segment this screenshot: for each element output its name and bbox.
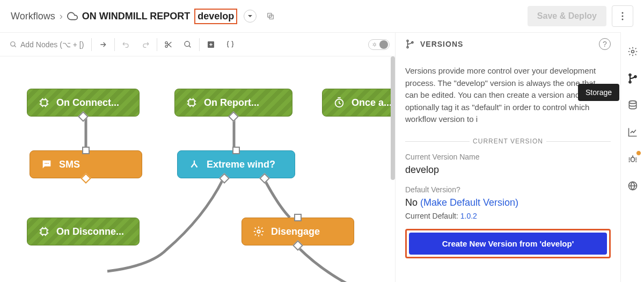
header: Workflows › ON WINDMILL REPORT develop S… <box>0 0 644 32</box>
node-on-report[interactable]: On Report... <box>174 89 292 117</box>
svg-line-12 <box>189 46 191 47</box>
rail-debug-button[interactable] <box>626 153 639 165</box>
arrow-right-button[interactable] <box>95 37 111 53</box>
node-on-connect[interactable]: On Connect... <box>27 89 140 117</box>
current-name-value: develop <box>405 164 611 176</box>
port-out-right[interactable] <box>259 173 270 184</box>
gear-icon <box>253 226 265 237</box>
magnify-icon <box>184 40 192 49</box>
default-version-value: No <box>405 197 418 208</box>
rail-versions-button[interactable] <box>626 72 639 85</box>
kebab-icon <box>621 12 624 20</box>
add-nodes-button[interactable]: Add Nodes (⌥ + [) <box>5 38 88 51</box>
rail-metrics-button[interactable] <box>626 126 639 139</box>
node-disengage[interactable]: Disengage <box>241 218 354 245</box>
svg-point-19 <box>46 163 47 164</box>
rail-storage-button[interactable] <box>626 99 639 112</box>
chip-icon <box>186 97 197 109</box>
create-version-button[interactable]: Create New Version from 'develop' <box>409 233 607 255</box>
panel-title: VERSIONS <box>420 40 594 48</box>
node-extreme-wind[interactable]: Extreme wind? <box>177 150 295 178</box>
cloud-icon <box>67 11 78 21</box>
port-in[interactable] <box>294 214 302 221</box>
gear-icon <box>627 46 638 57</box>
node-sms[interactable]: SMS <box>30 150 142 178</box>
database-icon <box>627 100 638 111</box>
canvas-area: Add Nodes (⌥ + [) <box>0 32 395 282</box>
node-label: Extreme wind? <box>207 159 275 170</box>
save-deploy-button[interactable]: Save & Deploy <box>528 6 606 26</box>
make-default-link[interactable]: (Make Default Version) <box>420 197 518 208</box>
current-default-label: Current Default: <box>405 212 458 220</box>
add-nodes-label: Add Nodes (⌥ + [) <box>20 40 84 49</box>
port-out[interactable] <box>80 173 91 184</box>
svg-point-2 <box>622 12 624 14</box>
right-rail: Storage <box>620 32 644 282</box>
current-default-row: Current Default: 1.0.2 <box>405 212 611 220</box>
canvas[interactable]: On Connect... On Report... Once a... SMS <box>0 56 395 282</box>
code-button[interactable] <box>222 37 238 53</box>
add-button[interactable] <box>203 37 219 53</box>
port-out-left[interactable] <box>219 173 230 184</box>
create-button-highlight: Create New Version from 'develop' <box>405 229 611 258</box>
branch-icon <box>627 73 638 84</box>
plus-square-icon <box>207 40 215 49</box>
node-label: On Connect... <box>56 97 119 109</box>
main: Add Nodes (⌥ + [) <box>0 32 644 282</box>
rail-globe-button[interactable] <box>626 179 639 192</box>
storage-tooltip: Storage <box>578 84 619 101</box>
svg-point-8 <box>165 45 167 47</box>
node-on-disconnect[interactable]: On Disconne... <box>27 218 140 245</box>
breadcrumb: Workflows › ON WINDMILL REPORT develop <box>11 9 528 24</box>
more-menu-button[interactable] <box>612 5 633 27</box>
arrow-right-icon <box>99 40 107 49</box>
version-dropdown-button[interactable] <box>244 10 257 23</box>
node-once-a[interactable]: Once a... <box>322 89 395 117</box>
braces-icon <box>225 40 235 49</box>
panel-header: VERSIONS ? <box>396 33 620 55</box>
chevron-right-icon: › <box>60 11 63 22</box>
svg-rect-21 <box>41 229 47 235</box>
undo-button[interactable] <box>118 37 134 53</box>
branch-icon <box>405 39 415 49</box>
breadcrumb-root[interactable]: Workflows <box>11 11 55 22</box>
chat-icon <box>41 158 53 170</box>
port-out[interactable] <box>292 240 303 251</box>
rail-settings-button[interactable] <box>626 45 639 58</box>
scissors-icon <box>164 40 173 49</box>
svg-point-11 <box>185 41 189 46</box>
separator <box>157 38 157 51</box>
svg-point-22 <box>257 230 260 233</box>
separator <box>91 38 92 51</box>
copy-icon <box>266 12 275 20</box>
globe-icon <box>627 180 638 191</box>
zoom-button[interactable] <box>180 37 196 53</box>
toolbar: Add Nodes (⌥ + [) <box>0 33 395 56</box>
chip-icon <box>38 97 50 109</box>
versions-panel: VERSIONS ? Versions provide more control… <box>395 32 620 282</box>
svg-point-4 <box>622 19 624 20</box>
svg-point-24 <box>407 47 408 48</box>
scrollbar-thumb[interactable] <box>391 56 395 180</box>
port-in[interactable] <box>82 147 90 154</box>
cut-button[interactable] <box>160 37 177 53</box>
svg-point-18 <box>45 163 46 164</box>
warning-badge <box>636 150 641 156</box>
svg-point-30 <box>629 101 636 104</box>
canvas-scrollbar[interactable] <box>391 56 395 282</box>
copy-button[interactable] <box>264 10 277 23</box>
svg-point-3 <box>622 16 624 17</box>
svg-point-20 <box>48 163 49 164</box>
port-in[interactable] <box>232 147 240 154</box>
version-tag: develop <box>194 9 237 24</box>
help-button[interactable]: ? <box>599 38 611 50</box>
port-out[interactable] <box>228 111 239 122</box>
redo-button[interactable] <box>137 37 153 53</box>
bug-icon <box>371 41 378 48</box>
current-default-link[interactable]: 1.0.2 <box>460 212 477 220</box>
svg-point-27 <box>629 74 631 76</box>
undo-icon <box>122 40 130 49</box>
svg-point-23 <box>407 40 408 42</box>
port-out[interactable] <box>78 111 89 122</box>
debug-toggle[interactable] <box>368 39 390 50</box>
